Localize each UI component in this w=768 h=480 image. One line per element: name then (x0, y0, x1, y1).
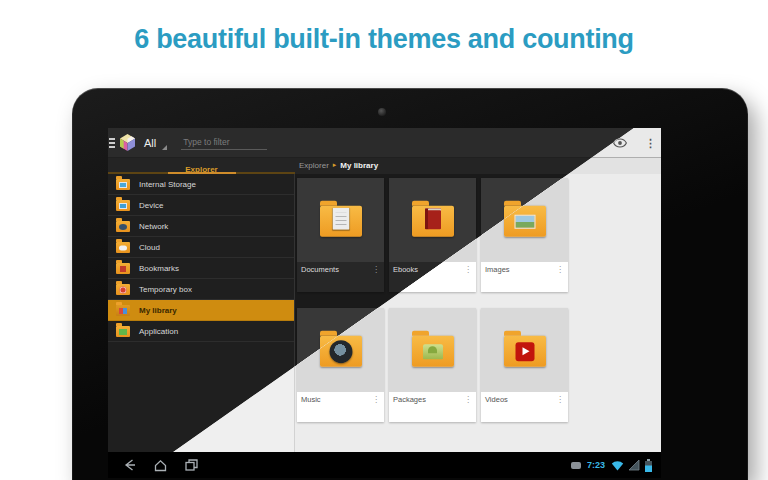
notification-icon[interactable] (571, 462, 581, 469)
tile-menu-icon[interactable]: ⋮ (464, 395, 472, 422)
wifi-icon (611, 460, 624, 471)
sidebar-item-application[interactable]: Application (108, 321, 294, 342)
system-navigation-bar: 7:23 (108, 452, 661, 478)
action-bar: All Type to filter ⋮ (108, 128, 661, 158)
tile-packages[interactable]: Packages⋮ (389, 308, 476, 422)
packages-folder-icon (412, 336, 454, 367)
breadcrumb-root[interactable]: Explorer (299, 161, 329, 170)
bookmarks-folder-icon (116, 263, 130, 274)
sidebar-item-cloud[interactable]: Cloud (108, 237, 294, 258)
tile-menu-icon[interactable]: ⋮ (556, 265, 564, 292)
internal-storage-folder-icon (116, 179, 130, 190)
tile-menu-icon[interactable]: ⋮ (464, 265, 472, 292)
tablet-frame: All Type to filter ⋮ Explorer Explorer ▸… (72, 88, 748, 480)
spinner-caret-icon (162, 145, 167, 150)
ebooks-folder-icon (412, 206, 454, 237)
headline: 6 beautiful built-in themes and counting (0, 24, 768, 55)
application-folder-icon (116, 326, 130, 337)
device-folder-icon (116, 200, 130, 211)
videos-folder-icon (504, 336, 546, 367)
tile-videos[interactable]: Videos⋮ (481, 308, 568, 422)
tile-menu-icon[interactable]: ⋮ (372, 395, 380, 422)
sidebar-item-bookmarks[interactable]: Bookmarks (108, 258, 294, 279)
sidebar-item-network[interactable]: Network (108, 216, 294, 237)
back-button[interactable] (122, 458, 137, 472)
tab-label: Explorer (185, 163, 217, 177)
sidebar-item-temporary-box[interactable]: Temporary box (108, 279, 294, 300)
sidebar-item-device[interactable]: Device (108, 195, 294, 216)
tile-menu-icon[interactable]: ⋮ (556, 395, 564, 422)
page: 6 beautiful built-in themes and counting… (0, 0, 768, 480)
sidebar-item-internal-storage[interactable]: Internal Storage (108, 174, 294, 195)
menu-icon[interactable] (109, 138, 115, 148)
sidebar-item-my-library[interactable]: My library (108, 300, 294, 321)
tablet-screen: All Type to filter ⋮ Explorer Explorer ▸… (108, 128, 661, 478)
cloud-folder-icon (116, 242, 130, 253)
tile-documents[interactable]: Documents⋮ (297, 178, 384, 292)
storage-selector[interactable]: All (144, 137, 156, 149)
overflow-menu-icon[interactable]: ⋮ (645, 138, 656, 148)
recents-button[interactable] (184, 458, 199, 472)
temporary-box-folder-icon (116, 284, 130, 295)
filter-input[interactable]: Type to filter (181, 136, 267, 150)
tile-menu-icon[interactable]: ⋮ (372, 265, 380, 292)
network-folder-icon (116, 221, 130, 232)
breadcrumb-arrow-icon: ▸ (333, 161, 337, 169)
documents-folder-icon (320, 206, 362, 237)
my-library-folder-icon (116, 305, 130, 316)
camera-dot (378, 108, 386, 116)
breadcrumb-current: My library (340, 161, 378, 170)
signal-icon (628, 459, 640, 471)
status-clock: 7:23 (587, 460, 605, 470)
tab-explorer[interactable]: Explorer (108, 158, 295, 174)
battery-icon (644, 459, 653, 472)
home-button[interactable] (153, 458, 168, 472)
app-logo-icon[interactable] (118, 133, 137, 152)
